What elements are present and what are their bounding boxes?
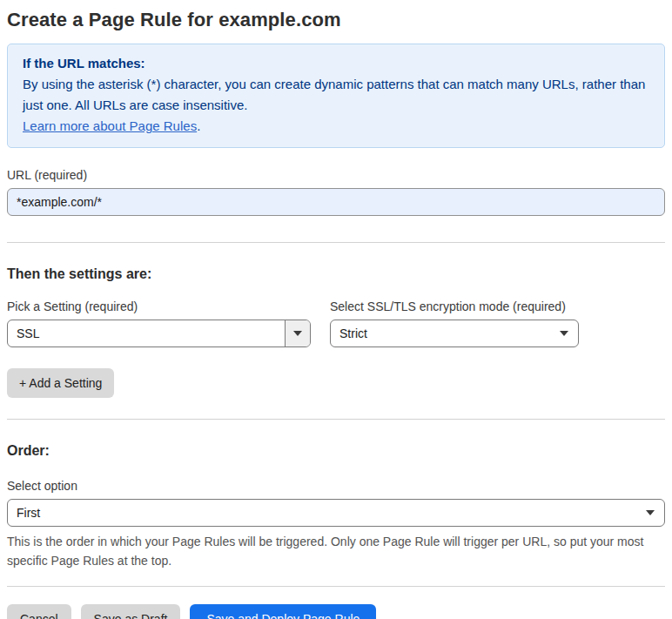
page-title: Create a Page Rule for example.com bbox=[7, 9, 665, 31]
create-page-rule-form: Create a Page Rule for example.com If th… bbox=[0, 0, 672, 619]
url-field-label: URL (required) bbox=[7, 168, 665, 182]
url-input[interactable] bbox=[7, 188, 665, 216]
order-select[interactable]: First bbox=[7, 499, 665, 527]
ssl-mode-column: Select SSL/TLS encryption mode (required… bbox=[330, 282, 579, 347]
dropdown-arrow-wrap bbox=[646, 510, 664, 515]
settings-row: Pick a Setting (required) SSL Select SSL… bbox=[7, 282, 665, 347]
dropdown-arrow-segment[interactable] bbox=[285, 320, 310, 347]
form-actions: Cancel Save as Draft Save and Deploy Pag… bbox=[7, 604, 665, 619]
info-box-heading: If the URL matches: bbox=[23, 53, 649, 74]
ssl-mode-label: Select SSL/TLS encryption mode (required… bbox=[330, 299, 579, 313]
order-select-label: Select option bbox=[7, 479, 665, 493]
section-divider bbox=[7, 419, 665, 420]
cancel-button[interactable]: Cancel bbox=[7, 604, 71, 619]
add-setting-button[interactable]: + Add a Setting bbox=[7, 368, 114, 398]
section-divider bbox=[7, 242, 665, 243]
order-help-text: This is the order in which your Page Rul… bbox=[7, 532, 658, 570]
setting-picker-select[interactable]: SSL bbox=[7, 320, 311, 347]
setting-picker-label: Pick a Setting (required) bbox=[7, 299, 311, 313]
section-divider bbox=[7, 586, 665, 587]
order-section-heading: Order: bbox=[7, 443, 665, 459]
info-box-body: By using the asterisk (*) character, you… bbox=[23, 74, 649, 116]
info-box-link-line: Learn more about Page Rules. bbox=[23, 116, 649, 137]
setting-picker-value: SSL bbox=[8, 326, 285, 340]
chevron-down-icon bbox=[293, 331, 302, 336]
setting-picker-column: Pick a Setting (required) SSL bbox=[7, 282, 311, 347]
link-suffix: . bbox=[197, 118, 200, 133]
url-match-info-box: If the URL matches: By using the asteris… bbox=[7, 44, 665, 148]
chevron-down-icon bbox=[560, 331, 568, 336]
chevron-down-icon bbox=[646, 510, 655, 515]
save-and-deploy-button[interactable]: Save and Deploy Page Rule bbox=[190, 604, 376, 619]
dropdown-arrow-wrap bbox=[560, 331, 578, 336]
ssl-mode-select[interactable]: Strict bbox=[330, 320, 579, 347]
order-select-value: First bbox=[8, 506, 646, 520]
ssl-mode-value: Strict bbox=[331, 326, 560, 340]
save-as-draft-button[interactable]: Save as Draft bbox=[81, 604, 181, 619]
settings-section-heading: Then the settings are: bbox=[7, 266, 665, 282]
learn-more-link[interactable]: Learn more about Page Rules bbox=[23, 118, 197, 133]
